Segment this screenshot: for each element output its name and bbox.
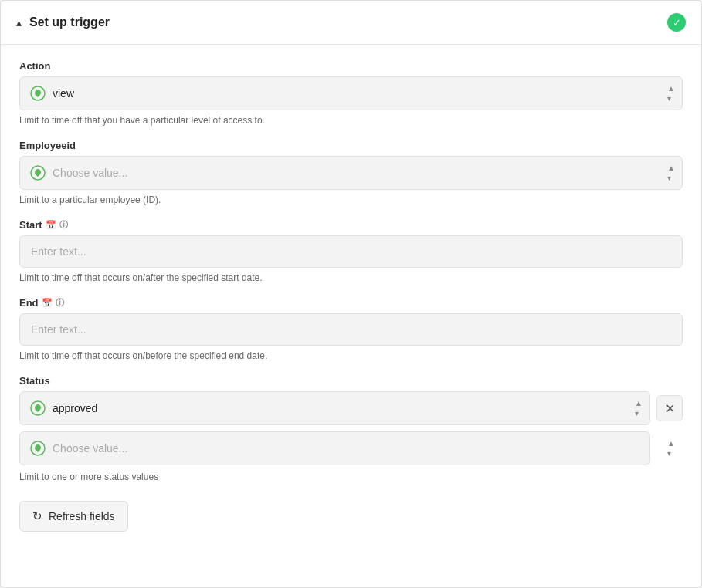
employeeid-select[interactable]: Choose value... bbox=[19, 156, 683, 190]
end-field-group: End 📅 ⓘ Limit to time off that occurs on… bbox=[19, 297, 683, 361]
status-approved-value: approved bbox=[53, 402, 97, 414]
end-input[interactable] bbox=[19, 313, 683, 346]
checkmark-icon: ✓ bbox=[673, 17, 681, 29]
start-calendar-icon: 📅 bbox=[46, 220, 56, 230]
action-select[interactable]: view bbox=[19, 76, 683, 110]
panel-header: ▴ Set up trigger ✓ bbox=[1, 1, 701, 45]
end-info-icon: ⓘ bbox=[56, 297, 64, 309]
status-second-arrow-up: ▲ bbox=[667, 439, 675, 448]
action-field-group: Action view ▲ ▾ Limit to time bbox=[19, 60, 683, 126]
employeeid-app-icon bbox=[29, 164, 46, 181]
setup-trigger-panel: ▴ Set up trigger ✓ Action bbox=[0, 0, 702, 588]
status-hint: Limit to one or more status values bbox=[19, 471, 683, 482]
panel-body: Action view ▲ ▾ Limit to time bbox=[1, 45, 701, 547]
status-second-row: Choose value... ▲ ▾ bbox=[19, 431, 683, 465]
action-label: Action bbox=[19, 60, 683, 72]
status-second-app-icon bbox=[29, 440, 46, 457]
status-second-select[interactable]: Choose value... bbox=[19, 431, 650, 465]
start-info-icon: ⓘ bbox=[59, 219, 68, 231]
status-second-sort-arrows: ▲ ▾ bbox=[667, 439, 675, 458]
panel-title: Set up trigger bbox=[29, 15, 110, 29]
employeeid-hint: Limit to a particular employee (ID). bbox=[19, 194, 683, 205]
start-input[interactable] bbox=[19, 235, 683, 268]
status-second-placeholder: Choose value... bbox=[53, 442, 127, 455]
end-hint: Limit to time off that occurs on/before … bbox=[19, 350, 683, 361]
status-second-select-wrapper: Choose value... ▲ ▾ bbox=[19, 431, 683, 465]
status-approved-row: approved ▲ ▾ ✕ bbox=[19, 391, 683, 425]
action-select-wrapper: view ▲ ▾ bbox=[19, 76, 683, 110]
close-icon: ✕ bbox=[665, 401, 675, 416]
refresh-icon: ↻ bbox=[32, 509, 42, 523]
end-calendar-icon: 📅 bbox=[42, 298, 53, 308]
collapse-icon[interactable]: ▴ bbox=[16, 16, 22, 29]
status-approved-select-wrapper: approved ▲ ▾ bbox=[19, 391, 650, 425]
status-field-group: Status approved ▲ bbox=[19, 375, 683, 482]
start-label: Start 📅 ⓘ bbox=[19, 219, 683, 231]
status-label: Status bbox=[19, 375, 683, 387]
employeeid-placeholder: Choose value... bbox=[53, 167, 127, 179]
action-value: view bbox=[53, 87, 74, 100]
start-hint: Limit to time off that occurs on/after t… bbox=[19, 272, 683, 283]
status-approved-select[interactable]: approved bbox=[19, 391, 650, 425]
end-label: End 📅 ⓘ bbox=[19, 297, 683, 309]
employeeid-field-group: Employeeid Choose value... ▲ ▾ bbox=[19, 140, 683, 205]
status-approved-app-icon bbox=[29, 400, 46, 417]
employeeid-select-wrapper: Choose value... ▲ ▾ bbox=[19, 156, 683, 190]
action-hint: Limit to time off that you have a partic… bbox=[19, 115, 683, 126]
refresh-fields-button[interactable]: ↻ Refresh fields bbox=[19, 501, 128, 532]
employeeid-label: Employeeid bbox=[19, 140, 683, 151]
header-left: ▴ Set up trigger bbox=[16, 15, 110, 29]
start-field-group: Start 📅 ⓘ Limit to time off that occurs … bbox=[19, 219, 683, 283]
status-remove-button[interactable]: ✕ bbox=[656, 395, 683, 421]
action-app-icon bbox=[29, 85, 46, 102]
status-second-arrow-down: ▾ bbox=[667, 449, 675, 458]
refresh-label: Refresh fields bbox=[49, 510, 115, 522]
completion-badge: ✓ bbox=[667, 13, 686, 32]
